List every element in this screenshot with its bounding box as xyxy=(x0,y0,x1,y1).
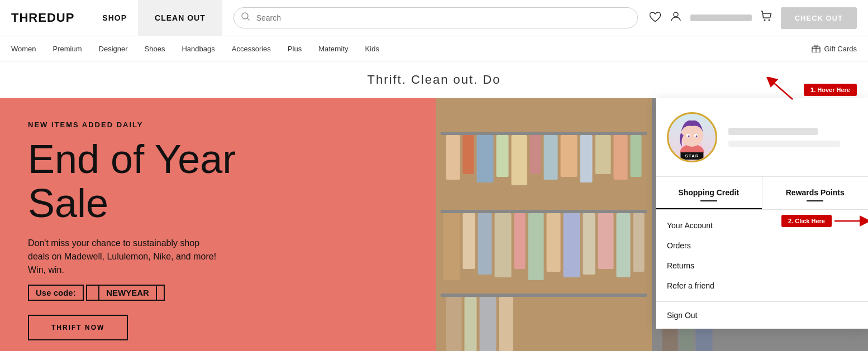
svg-rect-25 xyxy=(514,213,526,269)
svg-rect-22 xyxy=(463,213,475,269)
svg-rect-32 xyxy=(633,213,645,272)
click-badge: 2. Click Here xyxy=(781,215,832,227)
svg-rect-37 xyxy=(499,297,513,351)
hover-badge: 1. Hover Here xyxy=(804,84,857,96)
menu-item-refer[interactable]: Refer a friend xyxy=(667,276,857,296)
new-items-label: NEW ITEMS ADDED DAILY xyxy=(28,121,408,129)
svg-rect-23 xyxy=(478,213,492,275)
svg-rect-27 xyxy=(547,213,561,272)
svg-rect-8 xyxy=(446,135,460,180)
logo: THREDUP xyxy=(11,11,74,25)
checkout-button[interactable]: CHECK OUT xyxy=(781,7,857,29)
nav-handbags[interactable]: Handbags xyxy=(182,45,214,53)
active-tab-indicator xyxy=(700,200,717,201)
promo-prefix: Use code: xyxy=(28,285,84,301)
main-content: NEW ITEMS ADDED DAILY End of Year Sale D… xyxy=(0,98,868,351)
menu-item-orders[interactable]: Orders xyxy=(667,235,857,256)
nav-shop[interactable]: SHOP xyxy=(91,0,138,36)
svg-line-1 xyxy=(247,18,249,21)
nav-kids[interactable]: Kids xyxy=(365,45,379,53)
profile-name-bar xyxy=(690,15,752,21)
svg-rect-13 xyxy=(530,135,541,174)
svg-rect-12 xyxy=(512,135,527,185)
svg-point-79 xyxy=(696,136,698,137)
svg-rect-14 xyxy=(544,135,558,180)
shopping-credit-tab[interactable]: Shopping Credit xyxy=(656,177,762,209)
click-annotation: 2. Click Here xyxy=(781,213,868,229)
promo-code-value: NEWYEAR xyxy=(86,285,165,301)
nav-maternity[interactable]: Maternity xyxy=(318,45,348,53)
shopping-credit-label: Shopping Credit xyxy=(664,188,753,197)
svg-rect-20 xyxy=(441,210,647,213)
svg-rect-9 xyxy=(463,135,474,174)
svg-rect-34 xyxy=(446,297,462,351)
avatar: STAR xyxy=(667,112,717,162)
svg-rect-35 xyxy=(465,297,477,351)
svg-rect-29 xyxy=(583,213,595,275)
gift-cards[interactable]: Gift Cards xyxy=(812,45,857,53)
nav-designer[interactable]: Designer xyxy=(99,45,128,53)
svg-point-2 xyxy=(674,12,678,17)
nav-cleanout[interactable]: CLEAN OUT xyxy=(138,0,222,36)
clothing-rack-left xyxy=(436,98,652,351)
account-dropdown: STAR 1. Hover Here xyxy=(656,98,868,329)
search-icon xyxy=(241,12,250,23)
profile-icon[interactable] xyxy=(670,11,682,25)
svg-rect-15 xyxy=(561,135,578,177)
header-icons xyxy=(649,11,772,26)
sale-description: Don't miss your chance to sustainably sh… xyxy=(28,237,408,277)
svg-point-78 xyxy=(688,136,690,137)
secondary-nav: Women Premium Designer Shoes Handbags Ac… xyxy=(0,36,868,61)
promo-code-row: Use code: NEWYEAR xyxy=(28,288,408,298)
thrift-now-button[interactable]: THRIFT NOW xyxy=(28,315,128,340)
cart-icon[interactable] xyxy=(760,11,772,26)
profile-name-bar xyxy=(728,128,818,135)
nav-shoes[interactable]: Shoes xyxy=(145,45,165,53)
nav-accessories[interactable]: Accessories xyxy=(232,45,271,53)
svg-point-3 xyxy=(764,19,765,21)
star-badge: STAR xyxy=(680,152,703,160)
hover-annotation: 1. Hover Here xyxy=(759,77,857,102)
search-input[interactable] xyxy=(233,7,638,28)
svg-rect-17 xyxy=(595,135,611,174)
svg-rect-30 xyxy=(598,213,614,269)
tagline: Thrift. Clean out. Do xyxy=(0,61,868,98)
dropdown-signout-section: Sign Out xyxy=(656,302,868,329)
svg-rect-11 xyxy=(497,135,509,177)
svg-rect-31 xyxy=(617,213,631,277)
profile-info xyxy=(728,128,840,147)
nav-plus[interactable]: Plus xyxy=(288,45,302,53)
wishlist-icon[interactable] xyxy=(649,11,661,25)
rewards-tab-indicator xyxy=(807,200,823,201)
dropdown-menu-items: Your Account Orders Returns Refer a frie… xyxy=(656,210,868,302)
hover-arrow xyxy=(759,77,804,102)
svg-point-4 xyxy=(768,19,770,21)
svg-rect-33 xyxy=(441,294,647,297)
svg-rect-10 xyxy=(477,135,494,182)
nav-premium[interactable]: Premium xyxy=(53,45,82,53)
svg-point-75 xyxy=(681,124,703,147)
svg-rect-16 xyxy=(580,135,593,182)
svg-rect-26 xyxy=(528,213,544,280)
header: THREDUP SHOP CLEAN OUT xyxy=(0,0,868,36)
dropdown-profile-section: STAR 1. Hover Here xyxy=(656,98,868,177)
signout-link[interactable]: Sign Out xyxy=(667,311,697,320)
svg-rect-7 xyxy=(441,132,647,135)
menu-item-returns[interactable]: Returns xyxy=(667,256,857,276)
svg-point-0 xyxy=(242,13,248,19)
svg-rect-21 xyxy=(443,213,460,280)
profile-email-bar xyxy=(728,141,840,147)
sale-title: End of Year Sale xyxy=(28,137,408,225)
credits-tabs: Shopping Credit Rewards Points xyxy=(656,177,868,210)
hero-panel: NEW ITEMS ADDED DAILY End of Year Sale D… xyxy=(0,98,436,351)
svg-rect-18 xyxy=(614,135,628,180)
rewards-points-tab[interactable]: Rewards Points xyxy=(762,177,869,209)
nav-women[interactable]: Women xyxy=(11,45,36,53)
svg-rect-19 xyxy=(631,135,642,177)
svg-rect-28 xyxy=(564,213,580,277)
click-arrow xyxy=(832,213,868,229)
svg-rect-24 xyxy=(495,213,512,277)
rewards-points-label: Rewards Points xyxy=(771,188,860,197)
search-bar xyxy=(233,7,638,28)
svg-rect-36 xyxy=(480,297,497,351)
